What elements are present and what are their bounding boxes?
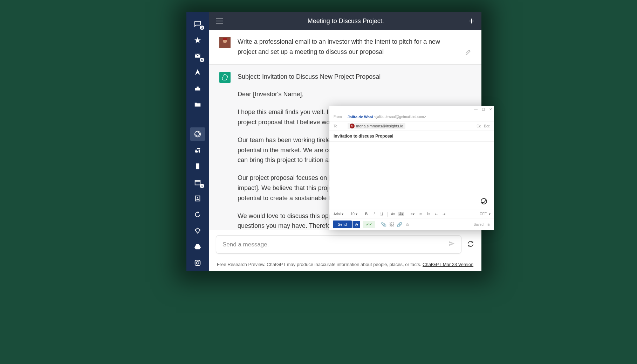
bullet-list-button[interactable]: ⁝≡ [418,211,423,217]
compose-titlebar: — ☐ ✕ [329,106,494,112]
svg-rect-4 [197,148,200,149]
grammarly-icon[interactable] [481,198,487,204]
to-label: To [334,124,348,128]
from-name[interactable]: Jalita de Waal [348,115,373,119]
to-email: mona.simmons@insights.io [356,124,403,128]
spellcheck-button[interactable]: ✓✓ [363,221,375,228]
vault-icon[interactable] [190,224,205,237]
instagram-icon[interactable] [190,256,205,270]
font-select[interactable]: Arial ▾ [333,211,344,217]
cc-button[interactable]: Cc [477,124,481,128]
ai-greeting: Dear [Investor's Name], [238,89,471,99]
input-placeholder: Send a message. [222,241,269,248]
toolbox-icon[interactable] [190,82,205,95]
saved-label: Saved [474,223,484,226]
send-button[interactable]: Send [333,220,352,228]
to-avatar: M [350,124,355,128]
new-chat-icon[interactable]: + [469,15,474,27]
mail-icon[interactable]: 6 [190,50,205,63]
footer-disclaimer: Free Research Preview. ChatGPT may produ… [209,259,481,271]
bold-button[interactable]: B [364,211,369,217]
ai-avatar [219,72,231,83]
tracking-toggle[interactable]: OFF [480,212,487,216]
user-message: Write a professional email to an investo… [209,30,481,64]
emoji-icon[interactable]: ☺ [405,222,410,227]
page-title: Meeting to Discuss Project. [223,18,469,25]
subject-input[interactable]: Invitation to discuss Proposal [329,131,494,142]
version-link[interactable]: ChatGPT Mar 23 Version [423,262,473,267]
document-icon[interactable] [190,160,205,173]
svg-rect-17 [223,38,227,40]
inbox-icon[interactable]: 3 [190,18,205,31]
delete-icon[interactable]: 🗑 [487,223,491,226]
regenerate-icon[interactable] [467,240,474,249]
fontsize-select[interactable]: 10 ▾ [350,211,358,217]
minimize-icon[interactable]: — [474,107,478,111]
edit-icon[interactable] [465,49,471,57]
menu-icon[interactable] [216,17,223,25]
close-icon[interactable]: ✕ [489,107,492,111]
contacts-icon[interactable] [190,192,205,205]
topbar: Meeting to Discuss Project. + [209,12,481,30]
ai-subject: Subject: Invitation to Discuss New Proje… [238,72,471,82]
svg-point-14 [199,261,200,262]
svg-rect-7 [196,163,199,169]
align-button[interactable]: ≡▾ [410,211,415,217]
compose-body[interactable] [329,142,494,210]
slack-icon[interactable] [190,144,205,157]
to-row[interactable]: To M mona.simmons@insights.io Cc Bcc [329,121,494,131]
compose-bottom-bar: Send ◔ ✓✓ 📎 🖼 🔗 ☺ Saved 🗑 [329,218,494,230]
svg-rect-0 [195,88,200,90]
app-sidebar: 3 6 1 [186,12,209,271]
input-area: Send a message. [209,230,481,259]
inbox-badge: 3 [200,26,204,30]
svg-point-11 [197,197,198,198]
maximize-icon[interactable]: ☐ [482,107,485,111]
image-icon[interactable]: 🖼 [389,222,394,227]
compose-window: — ☐ ✕ From Jalita de Waal <jalita.dewaal… [329,106,494,230]
chatgpt-icon[interactable] [190,127,205,141]
star-icon[interactable] [190,34,205,47]
highlight-button[interactable]: A▾ [398,212,404,216]
send-icon[interactable] [190,66,205,79]
textcolor-button[interactable]: A▾ [390,211,396,217]
calendar-badge: 1 [200,184,204,188]
link-icon[interactable]: 🔗 [397,222,402,227]
from-label: From [334,115,348,119]
user-message-text: Write a professional email to an investo… [238,37,458,57]
ccbcc: Cc Bcc [474,124,490,128]
bcc-button[interactable]: Bcc [484,124,490,128]
number-list-button[interactable]: 1≡ [426,211,431,217]
refresh-icon[interactable] [190,208,205,221]
format-toolbar: Arial ▾ 10 ▾ B I U A▾ A▾ ≡▾ ⁝≡ 1≡ ⇤ ⇥ OF… [329,210,494,218]
mail-badge: 6 [200,58,204,62]
folder-icon[interactable] [190,98,205,111]
send-options-button[interactable]: ◔ [352,221,360,228]
calendar-icon[interactable]: 1 [190,176,205,189]
svg-rect-6 [195,151,198,153]
from-email: <jalita.dewaal@getmailbird.com> [374,115,426,119]
tracking-dropdown[interactable]: ▾ [489,212,491,216]
svg-rect-1 [197,87,199,88]
svg-point-13 [196,261,199,264]
underline-button[interactable]: U [379,211,384,217]
chat-input[interactable]: Send a message. [216,235,461,254]
attach-icon[interactable]: 📎 [381,222,386,227]
from-row: From Jalita de Waal <jalita.dewaal@getma… [329,112,494,121]
outdent-button[interactable]: ⇤ [434,211,439,217]
user-avatar [219,37,231,48]
to-chip[interactable]: M mona.simmons@insights.io [348,123,405,129]
italic-button[interactable]: I [372,211,377,217]
send-icon[interactable] [448,240,455,248]
svg-rect-5 [199,149,200,153]
indent-button[interactable]: ⇥ [441,211,446,217]
drive-icon[interactable] [190,240,205,253]
svg-rect-8 [195,181,200,185]
